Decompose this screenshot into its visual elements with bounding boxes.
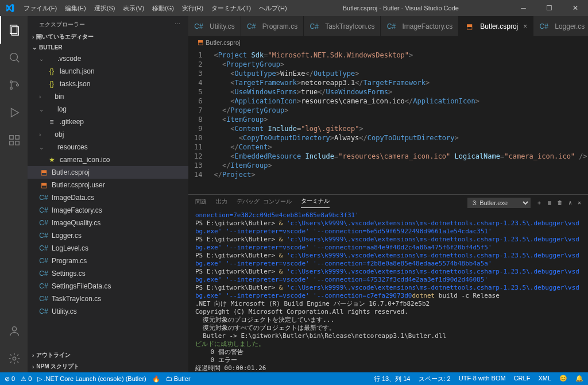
main-menu: ファイル(F)編集(E)選択(S)表示(V)移動(G)実行(R)ターミナル(T)… (20, 4, 291, 13)
xml-icon: ⬒ (465, 22, 474, 31)
svg-rect-10 (10, 141, 13, 145)
terminal-select[interactable]: 3: Butler.exe (467, 198, 531, 208)
run-debug-icon[interactable] (0, 99, 28, 126)
tree-item[interactable]: C#ImageQuality.cs (28, 217, 188, 229)
tree-item[interactable]: {}tasks.json (28, 78, 188, 90)
split-terminal-icon[interactable]: ▥ (548, 199, 551, 206)
svg-rect-8 (10, 136, 13, 139)
panel-tab[interactable]: 問題 (195, 198, 207, 208)
tree-item[interactable]: ⬒Butler.csproj (28, 166, 188, 179)
source-control-icon[interactable] (0, 71, 28, 99)
minimize-button[interactable]: ─ (510, 0, 536, 16)
cs-icon: C# (39, 282, 48, 291)
tree-item[interactable]: ⬒Butler.csproj.user (28, 179, 188, 191)
menu-item[interactable]: 選択(S) (90, 4, 119, 13)
npm-scripts-section[interactable]: ›NPM スクリプト (28, 361, 188, 372)
close-button[interactable]: ✕ (562, 0, 588, 16)
editor-tab[interactable]: ⬒Butler.csproj× (459, 16, 533, 36)
extensions-icon[interactable] (0, 126, 28, 154)
svg-point-5 (10, 87, 13, 90)
cs-icon: C# (39, 218, 48, 228)
status-item[interactable]: ⚠ 0 (21, 375, 32, 383)
outline-section[interactable]: ›アウトライン (28, 349, 188, 361)
status-item[interactable]: スペース: 2 (419, 375, 451, 383)
close-panel-icon[interactable]: ✕ (578, 199, 581, 206)
folder-icon (42, 130, 51, 139)
tree-item-label: TaskTrayIcon.cs (52, 295, 101, 303)
tree-item[interactable]: ›bin (28, 90, 188, 103)
tree-item[interactable]: C#LogLevel.cs (28, 242, 188, 255)
settings-gear-icon[interactable] (0, 345, 28, 372)
status-item[interactable]: 🔥 (152, 375, 160, 383)
panel-tab[interactable]: デバッグ コンソール (237, 198, 292, 208)
tree-item[interactable]: C#ImageFactory.cs (28, 204, 188, 217)
status-item[interactable]: UTF-8 with BOM (459, 375, 506, 383)
explorer-header: エクスプローラー⋯ (28, 16, 188, 31)
maximize-button[interactable]: ☐ (536, 0, 562, 16)
tree-item-label: LogLevel.cs (52, 244, 88, 252)
maximize-panel-icon[interactable]: ∧ (568, 199, 572, 206)
more-icon[interactable]: ⋯ (175, 21, 180, 29)
tree-item[interactable]: ›obj (28, 128, 188, 141)
tree-item[interactable]: C#Program.cs (28, 255, 188, 267)
kill-terminal-icon[interactable]: 🗑 (557, 199, 563, 206)
menu-item[interactable]: 移動(G) (148, 4, 178, 13)
tree-item-label: Program.cs (52, 257, 87, 265)
tree-item[interactable]: {}launch.json (28, 65, 188, 78)
cs-icon: C# (39, 256, 48, 265)
new-terminal-icon[interactable]: ＋ (536, 199, 542, 207)
code-editor[interactable]: 1234567891011121314 <Project Sdk="Micros… (188, 48, 588, 194)
status-item[interactable]: CRLF (514, 375, 531, 383)
status-item[interactable]: ▷ .NET Core Launch (console) (Butler) (37, 375, 146, 383)
status-item[interactable]: 行 13、列 14 (374, 375, 411, 383)
root-folder[interactable]: ⌄BUTLER (28, 43, 188, 52)
file-icon: ≡ (47, 117, 56, 126)
editor-tab[interactable]: C#ImageFactory.cs (381, 16, 459, 36)
cs-icon: C# (39, 269, 48, 278)
tree-item[interactable]: ≡.gitkeep (28, 116, 188, 128)
status-item[interactable]: 🗀 Butler (166, 375, 191, 383)
tree-item[interactable]: ⌄resources (28, 141, 188, 153)
status-item[interactable]: XML (538, 375, 551, 383)
xml-icon: ⬒ (39, 168, 48, 177)
status-item[interactable]: 🔔 (575, 375, 583, 383)
tree-item[interactable]: ★camera_icon.ico (28, 153, 188, 166)
close-tab-icon[interactable]: × (523, 22, 527, 30)
menu-item[interactable]: 実行(R) (178, 4, 207, 13)
tree-item-label: log (57, 105, 67, 113)
star-icon: ★ (47, 155, 56, 164)
tree-item[interactable]: C#TaskTrayIcon.cs (28, 292, 188, 305)
menu-item[interactable]: 編集(E) (61, 4, 90, 13)
breadcrumb[interactable]: ⬒Butler.csproj (188, 36, 588, 48)
editor-tab[interactable]: C#TaskTrayIcon.cs (304, 16, 381, 36)
status-item[interactable]: ⊘ 0 (5, 375, 15, 383)
tree-item[interactable]: C#Logger.cs (28, 229, 188, 242)
tree-item[interactable]: C#ImageData.cs (28, 191, 188, 204)
panel-tab[interactable]: 出力 (216, 198, 227, 208)
editor-tab[interactable]: C#Program.cs (241, 16, 304, 36)
editor-tab[interactable]: C#Logger.cs (533, 16, 588, 36)
tree-item[interactable]: C#Settings.cs (28, 267, 188, 280)
panel-tab[interactable]: ターミナル (301, 197, 330, 208)
open-editors-section[interactable]: ›開いているエディター (28, 31, 188, 43)
accounts-icon[interactable] (0, 317, 28, 345)
cs-icon: C# (386, 22, 396, 31)
xml-icon: ⬒ (39, 180, 48, 190)
menu-item[interactable]: ファイル(F) (20, 4, 61, 13)
tree-item[interactable]: C#Utility.cs (28, 305, 188, 318)
status-item[interactable]: 😊 (559, 375, 567, 383)
search-icon[interactable] (0, 44, 28, 71)
explorer-icon[interactable] (0, 16, 28, 44)
editor-tab[interactable]: C#Utility.cs (188, 16, 241, 36)
terminal-output[interactable]: onnection=7e382cc09d5e4ceb81e685e8a9bc3f… (188, 208, 588, 372)
menu-item[interactable]: ターミナル(T) (207, 4, 255, 13)
cs-icon: C# (39, 294, 48, 303)
tree-item[interactable]: C#SettingsFileData.cs (28, 280, 188, 292)
svg-point-6 (17, 84, 19, 86)
cs-icon: C# (39, 206, 48, 215)
menu-item[interactable]: ヘルプ(H) (255, 4, 291, 13)
folder-icon (45, 105, 54, 114)
tree-item[interactable]: ⌄.vscode (28, 52, 188, 65)
tree-item[interactable]: ⌄log (28, 103, 188, 116)
menu-item[interactable]: 表示(V) (119, 4, 148, 13)
